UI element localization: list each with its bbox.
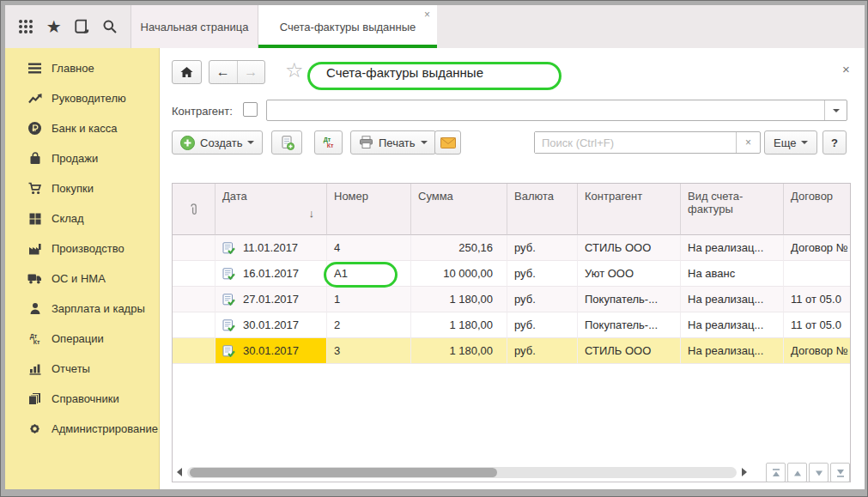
close-form-icon[interactable]: × bbox=[842, 62, 850, 76]
number-cell: А1 bbox=[327, 261, 411, 287]
forward-button[interactable]: → bbox=[238, 61, 265, 83]
person-icon bbox=[27, 302, 42, 315]
sidebar-item-main[interactable]: Главное bbox=[5, 53, 159, 83]
sidebar-item-label: Покупки bbox=[52, 182, 94, 195]
sidebar-item-warehouse[interactable]: Склад bbox=[5, 203, 159, 233]
previous-record-button[interactable] bbox=[787, 463, 807, 482]
sidebar-item-production[interactable]: Производство bbox=[5, 233, 159, 264]
invoice-type-cell: На реализац... bbox=[681, 235, 784, 261]
last-record-button[interactable] bbox=[830, 463, 850, 482]
tab-label: Начальная страница bbox=[141, 21, 249, 33]
sidebar-item-directories[interactable]: Справочники bbox=[5, 384, 159, 414]
first-record-button[interactable] bbox=[766, 463, 786, 482]
sidebar-item-manager[interactable]: Руководителю bbox=[5, 83, 159, 113]
counterparty-dropdown-button[interactable] bbox=[824, 100, 847, 120]
apps-grid-icon[interactable] bbox=[15, 16, 36, 37]
sum-cell: 1 180,00 bbox=[411, 312, 507, 338]
search-icon[interactable] bbox=[100, 16, 120, 37]
dt-kt-icon: ДтКт bbox=[27, 332, 42, 345]
counterparty-cell: Покупатель-... bbox=[578, 287, 681, 312]
table-row[interactable]: 27.01.2017 1 1 180,00 руб. Покупатель-..… bbox=[173, 287, 850, 312]
tab-home-page[interactable]: Начальная страница bbox=[131, 5, 258, 48]
bag-icon bbox=[27, 152, 42, 165]
bar-chart-icon bbox=[27, 362, 42, 375]
plus-circle-icon bbox=[180, 136, 195, 150]
counterparty-combo bbox=[266, 100, 847, 121]
next-record-button[interactable] bbox=[809, 463, 829, 482]
history-icon[interactable] bbox=[71, 16, 92, 37]
scroll-left-arrow[interactable] bbox=[177, 468, 182, 476]
sidebar-item-administration[interactable]: Администрирование bbox=[5, 414, 159, 444]
invoice-type-cell: На реализац... bbox=[681, 312, 784, 338]
help-button[interactable]: ? bbox=[822, 130, 847, 155]
posted-document-icon bbox=[222, 345, 235, 357]
contract-cell bbox=[784, 261, 850, 287]
favorites-star-icon[interactable]: ★ bbox=[44, 16, 64, 37]
column-header-contract[interactable]: Договор bbox=[784, 184, 850, 235]
favorite-star-icon[interactable]: ☆ bbox=[285, 60, 304, 81]
counterparty-input[interactable] bbox=[267, 100, 824, 120]
sum-cell: 1 180,00 bbox=[411, 338, 507, 364]
sidebar-item-label: Банк и касса bbox=[52, 122, 118, 135]
books-icon bbox=[27, 392, 42, 405]
home-button[interactable] bbox=[172, 60, 202, 84]
tab-close-icon[interactable]: × bbox=[424, 9, 430, 21]
currency-cell: руб. bbox=[507, 261, 578, 287]
currency-cell: руб. bbox=[507, 312, 578, 338]
send-email-button[interactable] bbox=[434, 130, 461, 155]
sidebar-item-purchases[interactable]: Покупки bbox=[5, 173, 159, 203]
date-cell-focused: 30.01.2017 bbox=[215, 338, 327, 364]
copy-document-icon bbox=[280, 136, 294, 150]
counterparty-cell: Покупатель-... bbox=[578, 312, 681, 338]
search-input[interactable] bbox=[535, 132, 736, 153]
sidebar-item-operations[interactable]: ДтКт Операции bbox=[5, 324, 159, 354]
attachment-cell bbox=[173, 287, 215, 312]
counterparty-cell: Уют ООО bbox=[578, 261, 681, 287]
more-button[interactable]: Еще bbox=[764, 130, 817, 155]
counterparty-filter-checkbox[interactable] bbox=[243, 102, 258, 117]
chevron-down-icon bbox=[421, 141, 428, 144]
tab-invoices-issued[interactable]: Счета-фактуры выданные × bbox=[258, 5, 437, 48]
column-header-date[interactable]: Дата ↓ bbox=[215, 184, 327, 235]
table-row[interactable]: 11.01.2017 4 250,16 руб. СТИЛЬ ООО На ре… bbox=[173, 235, 850, 261]
back-button[interactable]: ← bbox=[209, 61, 238, 83]
sidebar-item-fixed-assets[interactable]: ОС и НМА bbox=[5, 264, 159, 294]
horizontal-scrollbar-thumb[interactable] bbox=[190, 468, 497, 477]
invoice-type-cell: На аванс bbox=[681, 261, 784, 287]
sidebar-item-label: Зарплата и кадры bbox=[52, 302, 145, 315]
attachment-column-header[interactable] bbox=[173, 184, 215, 235]
table-row[interactable]: 16.01.2017 А1 10 000,00 руб. Уют ООО На … bbox=[173, 261, 850, 287]
sidebar-item-sales[interactable]: Продажи bbox=[5, 143, 159, 173]
table-row-selected[interactable]: 30.01.2017 3 1 180,00 руб. СТИЛЬ ООО На … bbox=[173, 338, 850, 364]
copy-document-button[interactable] bbox=[271, 130, 302, 155]
boxes-icon bbox=[27, 212, 42, 225]
attachment-cell bbox=[173, 261, 215, 287]
dt-kt-postings-button[interactable]: ДтКт bbox=[314, 130, 343, 155]
sidebar-item-label: Руководителю bbox=[52, 92, 126, 105]
create-button[interactable]: Создать bbox=[172, 130, 263, 155]
sidebar-item-label: ОС и НМА bbox=[52, 272, 106, 285]
envelope-icon bbox=[440, 137, 456, 148]
search-clear-icon[interactable]: × bbox=[736, 132, 760, 153]
column-header-currency[interactable]: Валюта bbox=[507, 184, 578, 235]
date-cell: 30.01.2017 bbox=[215, 312, 327, 338]
sum-cell: 250,16 bbox=[411, 235, 507, 261]
table-row[interactable]: 30.01.2017 2 1 180,00 руб. Покупатель-..… bbox=[173, 312, 850, 338]
contract-cell: Договор № bbox=[784, 235, 850, 261]
column-header-number[interactable]: Номер bbox=[327, 184, 411, 235]
sort-descending-icon[interactable]: ↓ bbox=[309, 207, 315, 220]
sidebar-item-bank-cash[interactable]: Банк и касса bbox=[5, 113, 159, 143]
sidebar-item-reports[interactable]: Отчеты bbox=[5, 354, 159, 384]
contract-cell: 11 от 05.0 bbox=[784, 312, 850, 338]
sum-cell: 10 000,00 bbox=[411, 261, 507, 287]
column-header-sum[interactable]: Сумма bbox=[411, 184, 507, 235]
scroll-right-arrow[interactable] bbox=[742, 468, 747, 476]
sidebar: Главное Руководителю Банк и касса Продаж… bbox=[5, 48, 160, 489]
column-header-counterparty[interactable]: Контрагент bbox=[578, 184, 681, 235]
column-header-invoice-type[interactable]: Вид счета-фактуры bbox=[681, 184, 784, 235]
sidebar-item-payroll-hr[interactable]: Зарплата и кадры bbox=[5, 294, 159, 324]
print-button[interactable]: Печать bbox=[350, 130, 436, 155]
invoice-type-cell: На реализац... bbox=[681, 338, 784, 364]
history-nav-group: ← → bbox=[209, 60, 265, 84]
menu-icon bbox=[27, 62, 42, 75]
